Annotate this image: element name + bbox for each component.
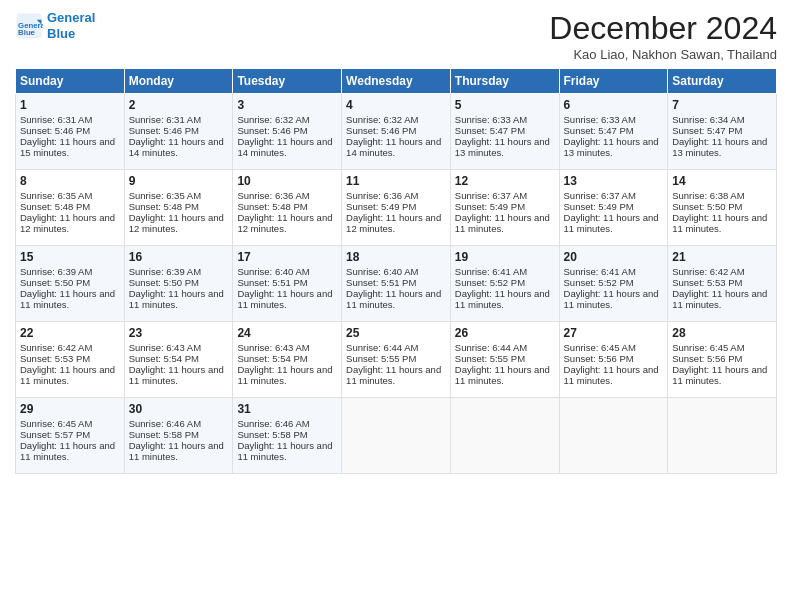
day-number: 28 — [672, 326, 772, 340]
day-cell: 4Sunrise: 6:32 AMSunset: 5:46 PMDaylight… — [342, 94, 451, 170]
week-row-5: 29Sunrise: 6:45 AMSunset: 5:57 PMDayligh… — [16, 398, 777, 474]
sunrise-text: Sunrise: 6:43 AM — [237, 342, 337, 353]
sunset-text: Sunset: 5:49 PM — [455, 201, 555, 212]
week-row-4: 22Sunrise: 6:42 AMSunset: 5:53 PMDayligh… — [16, 322, 777, 398]
day-cell — [450, 398, 559, 474]
sunset-text: Sunset: 5:46 PM — [237, 125, 337, 136]
sunrise-text: Sunrise: 6:35 AM — [20, 190, 120, 201]
sunrise-text: Sunrise: 6:44 AM — [455, 342, 555, 353]
daylight-text: Daylight: 11 hours and 14 minutes. — [346, 136, 446, 158]
daylight-text: Daylight: 11 hours and 15 minutes. — [20, 136, 120, 158]
sunset-text: Sunset: 5:49 PM — [564, 201, 664, 212]
month-title: December 2024 — [549, 10, 777, 47]
title-block: December 2024 Kao Liao, Nakhon Sawan, Th… — [549, 10, 777, 62]
header: General Blue General Blue December 2024 … — [15, 10, 777, 62]
day-number: 14 — [672, 174, 772, 188]
day-number: 26 — [455, 326, 555, 340]
day-cell: 6Sunrise: 6:33 AMSunset: 5:47 PMDaylight… — [559, 94, 668, 170]
day-cell: 16Sunrise: 6:39 AMSunset: 5:50 PMDayligh… — [124, 246, 233, 322]
day-cell: 24Sunrise: 6:43 AMSunset: 5:54 PMDayligh… — [233, 322, 342, 398]
col-header-tuesday: Tuesday — [233, 69, 342, 94]
col-header-friday: Friday — [559, 69, 668, 94]
daylight-text: Daylight: 11 hours and 11 minutes. — [237, 288, 337, 310]
sunrise-text: Sunrise: 6:37 AM — [564, 190, 664, 201]
day-cell: 27Sunrise: 6:45 AMSunset: 5:56 PMDayligh… — [559, 322, 668, 398]
daylight-text: Daylight: 11 hours and 11 minutes. — [455, 212, 555, 234]
sunset-text: Sunset: 5:51 PM — [346, 277, 446, 288]
day-number: 8 — [20, 174, 120, 188]
daylight-text: Daylight: 11 hours and 11 minutes. — [346, 288, 446, 310]
sunset-text: Sunset: 5:55 PM — [455, 353, 555, 364]
sunrise-text: Sunrise: 6:39 AM — [20, 266, 120, 277]
logo: General Blue General Blue — [15, 10, 95, 41]
sunset-text: Sunset: 5:50 PM — [672, 201, 772, 212]
sunset-text: Sunset: 5:54 PM — [237, 353, 337, 364]
sunset-text: Sunset: 5:53 PM — [20, 353, 120, 364]
sunset-text: Sunset: 5:51 PM — [237, 277, 337, 288]
day-number: 1 — [20, 98, 120, 112]
day-cell: 5Sunrise: 6:33 AMSunset: 5:47 PMDaylight… — [450, 94, 559, 170]
sunset-text: Sunset: 5:50 PM — [20, 277, 120, 288]
col-header-sunday: Sunday — [16, 69, 125, 94]
daylight-text: Daylight: 11 hours and 13 minutes. — [564, 136, 664, 158]
day-number: 4 — [346, 98, 446, 112]
day-cell: 28Sunrise: 6:45 AMSunset: 5:56 PMDayligh… — [668, 322, 777, 398]
day-cell: 15Sunrise: 6:39 AMSunset: 5:50 PMDayligh… — [16, 246, 125, 322]
day-number: 20 — [564, 250, 664, 264]
logo-line2: Blue — [47, 26, 75, 41]
sunrise-text: Sunrise: 6:45 AM — [564, 342, 664, 353]
sunrise-text: Sunrise: 6:31 AM — [20, 114, 120, 125]
sunrise-text: Sunrise: 6:39 AM — [129, 266, 229, 277]
day-number: 5 — [455, 98, 555, 112]
sunrise-text: Sunrise: 6:45 AM — [672, 342, 772, 353]
daylight-text: Daylight: 11 hours and 14 minutes. — [129, 136, 229, 158]
daylight-text: Daylight: 11 hours and 11 minutes. — [20, 440, 120, 462]
sunrise-text: Sunrise: 6:38 AM — [672, 190, 772, 201]
day-cell — [342, 398, 451, 474]
header-row: SundayMondayTuesdayWednesdayThursdayFrid… — [16, 69, 777, 94]
day-cell — [668, 398, 777, 474]
daylight-text: Daylight: 11 hours and 11 minutes. — [20, 288, 120, 310]
day-number: 15 — [20, 250, 120, 264]
sunset-text: Sunset: 5:48 PM — [20, 201, 120, 212]
day-cell: 2Sunrise: 6:31 AMSunset: 5:46 PMDaylight… — [124, 94, 233, 170]
daylight-text: Daylight: 11 hours and 11 minutes. — [346, 364, 446, 386]
sunrise-text: Sunrise: 6:32 AM — [237, 114, 337, 125]
daylight-text: Daylight: 11 hours and 12 minutes. — [129, 212, 229, 234]
day-number: 31 — [237, 402, 337, 416]
sunset-text: Sunset: 5:53 PM — [672, 277, 772, 288]
daylight-text: Daylight: 11 hours and 11 minutes. — [672, 212, 772, 234]
day-cell — [559, 398, 668, 474]
sunrise-text: Sunrise: 6:37 AM — [455, 190, 555, 201]
daylight-text: Daylight: 11 hours and 11 minutes. — [564, 212, 664, 234]
sunrise-text: Sunrise: 6:41 AM — [564, 266, 664, 277]
sunset-text: Sunset: 5:47 PM — [455, 125, 555, 136]
sunrise-text: Sunrise: 6:32 AM — [346, 114, 446, 125]
day-cell: 10Sunrise: 6:36 AMSunset: 5:48 PMDayligh… — [233, 170, 342, 246]
day-cell: 14Sunrise: 6:38 AMSunset: 5:50 PMDayligh… — [668, 170, 777, 246]
day-cell: 20Sunrise: 6:41 AMSunset: 5:52 PMDayligh… — [559, 246, 668, 322]
sunset-text: Sunset: 5:52 PM — [564, 277, 664, 288]
daylight-text: Daylight: 11 hours and 11 minutes. — [129, 288, 229, 310]
day-number: 25 — [346, 326, 446, 340]
day-cell: 17Sunrise: 6:40 AMSunset: 5:51 PMDayligh… — [233, 246, 342, 322]
sunrise-text: Sunrise: 6:45 AM — [20, 418, 120, 429]
day-cell: 9Sunrise: 6:35 AMSunset: 5:48 PMDaylight… — [124, 170, 233, 246]
week-row-2: 8Sunrise: 6:35 AMSunset: 5:48 PMDaylight… — [16, 170, 777, 246]
day-cell: 1Sunrise: 6:31 AMSunset: 5:46 PMDaylight… — [16, 94, 125, 170]
week-row-3: 15Sunrise: 6:39 AMSunset: 5:50 PMDayligh… — [16, 246, 777, 322]
sunset-text: Sunset: 5:48 PM — [237, 201, 337, 212]
daylight-text: Daylight: 11 hours and 11 minutes. — [129, 364, 229, 386]
day-cell: 19Sunrise: 6:41 AMSunset: 5:52 PMDayligh… — [450, 246, 559, 322]
svg-text:Blue: Blue — [18, 28, 36, 37]
day-number: 9 — [129, 174, 229, 188]
day-number: 27 — [564, 326, 664, 340]
sunrise-text: Sunrise: 6:42 AM — [672, 266, 772, 277]
day-number: 3 — [237, 98, 337, 112]
daylight-text: Daylight: 11 hours and 11 minutes. — [672, 288, 772, 310]
subtitle: Kao Liao, Nakhon Sawan, Thailand — [549, 47, 777, 62]
sunrise-text: Sunrise: 6:33 AM — [455, 114, 555, 125]
sunset-text: Sunset: 5:56 PM — [672, 353, 772, 364]
col-header-wednesday: Wednesday — [342, 69, 451, 94]
day-cell: 26Sunrise: 6:44 AMSunset: 5:55 PMDayligh… — [450, 322, 559, 398]
